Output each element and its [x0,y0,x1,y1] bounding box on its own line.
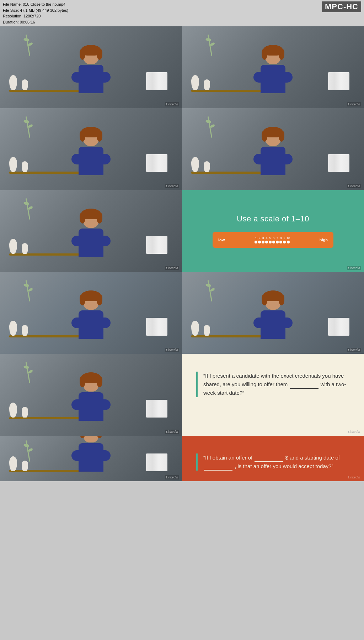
linkedin-watermark-orange: LinkedIn [347,475,361,479]
scale-bar: low 1 2 3 4 5 6 7 8 9 10 high [213,232,333,248]
quote-1-blank [290,388,318,389]
cell-teal-slide: Use a scale of 1–10 low 1 2 3 4 5 6 7 8 … [182,190,364,272]
cell-5[interactable]: LinkedIn [0,190,182,272]
cell-6[interactable]: LinkedIn [0,272,182,354]
app-logo: MPC-HC [322,1,361,12]
linkedin-watermark: LinkedIn [347,102,361,106]
linkedin-watermark: LinkedIn [165,184,179,188]
cell-3[interactable]: LinkedIn [0,108,182,190]
person-figure [70,210,112,260]
person-figure [70,128,112,178]
quote-1-container: “If I present a candidate with the exact… [196,372,350,397]
quote-2-blank2 [204,470,232,471]
person-figure [252,292,294,342]
cell-2[interactable]: LinkedIn [182,26,364,108]
scale-dots: 1 2 3 4 5 6 7 8 9 10 [227,236,318,243]
person-figure [70,436,112,474]
linkedin-watermark: LinkedIn [347,184,361,188]
cell-9[interactable]: LinkedIn [0,436,182,481]
file-name: File Name: 018 Close to the no.mp4 [3,1,68,7]
cell-4[interactable]: LinkedIn [182,108,364,190]
linkedin-watermark: LinkedIn [347,348,361,352]
linkedin-watermark-cream: LinkedIn [347,430,361,434]
file-size: File Size: 47,1 MB (49 449 302 bytes) [3,7,68,14]
cell-orange-slide: “If I obtain an offer of $ and a startin… [182,436,364,481]
cell-8[interactable]: LinkedIn [0,354,182,436]
quote-1-text: “If I present a candidate with the exact… [203,373,346,396]
quote-2-text: “If I obtain an offer of $ and a startin… [203,455,340,469]
person-figure [252,46,294,96]
quote-2-blank1 [255,461,283,462]
cell-7[interactable]: LinkedIn [182,272,364,354]
file-info: File Name: 018 Close to the no.mp4 File … [3,1,68,25]
linkedin-watermark: LinkedIn [165,475,179,479]
person-figure [252,128,294,178]
cell-cream-slide: “If I present a candidate with the exact… [182,354,364,436]
quote-2-container: “If I obtain an offer of $ and a startin… [196,453,350,471]
scale-title: Use a scale of 1–10 [237,214,309,224]
linkedin-watermark: LinkedIn [165,430,179,434]
cell-1[interactable]: LinkedIn [0,26,182,108]
person-figure [70,46,112,96]
linkedin-watermark: LinkedIn [165,102,179,106]
linkedin-watermark: LinkedIn [165,348,179,352]
linkedin-watermark-slide: LinkedIn [347,266,361,270]
scale-low-label: low [218,238,227,242]
duration: Duration: 00:06:16 [3,19,68,25]
scale-high-label: high [318,238,328,242]
linkedin-watermark: LinkedIn [165,266,179,270]
person-figure [70,374,112,424]
resolution: Resolution: 1280x720 [3,13,68,19]
thumbnail-grid: LinkedIn LinkedIn [0,26,364,481]
person-figure [70,292,112,342]
top-bar: File Name: 018 Close to the no.mp4 File … [0,0,364,26]
